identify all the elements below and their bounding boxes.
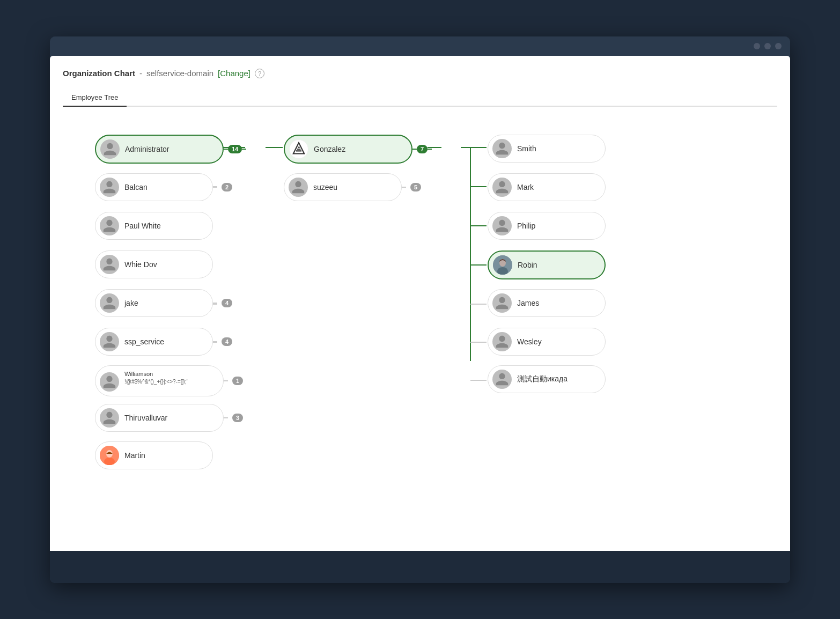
node-name-whie-dov: Whie Dov	[124, 260, 157, 269]
node-name-balcan: Balcan	[124, 183, 148, 191]
avatar-williamson	[100, 372, 119, 392]
badge-williamson: 1	[232, 377, 243, 385]
page-header: Organization Chart - selfservice-domain …	[63, 69, 777, 78]
badge-gonzalez: 7	[417, 145, 428, 153]
node-test-japanese[interactable]: 測試自動икада	[488, 365, 606, 393]
node-name-gonzalez: Gonzalez	[314, 145, 345, 153]
node-name-smith: Smith	[517, 144, 536, 153]
badge-suzeeu: 5	[410, 183, 421, 191]
svg-marker-22	[293, 143, 304, 153]
avatar-smith	[492, 139, 512, 158]
avatar-wesley	[492, 332, 512, 351]
badge-thiruvalluvar: 3	[232, 414, 243, 422]
node-name-williamson: Williamson!@#$%^&*()_+{}|:<>?-=[]\;'	[124, 370, 188, 386]
org-chart: Administrator 14 Balcan	[63, 120, 706, 538]
node-name-ssp-service: ssp_service	[124, 337, 164, 346]
tab-bar: Employee Tree	[63, 89, 777, 107]
node-name-mark: Mark	[517, 183, 534, 191]
header-separator: -	[139, 69, 142, 78]
avatar-jake	[100, 293, 119, 313]
avatar-whie-dov	[100, 255, 119, 274]
node-name-suzeeu: suzeeu	[313, 183, 337, 191]
avatar-philip	[492, 216, 512, 235]
window-dot-1	[754, 43, 760, 49]
node-philip[interactable]: Philip	[488, 212, 606, 240]
window-dot-2	[764, 43, 771, 49]
node-name-james: James	[517, 299, 539, 307]
node-suzeeu[interactable]: suzeeu 5	[284, 173, 421, 201]
avatar-robin	[493, 255, 512, 275]
window-dot-3	[775, 43, 782, 49]
avatar-martin	[100, 446, 119, 465]
node-ssp-service[interactable]: ssp_service 4	[95, 328, 232, 356]
bottom-bar	[50, 551, 790, 583]
node-jake[interactable]: jake 4	[95, 289, 232, 317]
node-name-administrator: Administrator	[125, 145, 169, 153]
node-name-jake: jake	[124, 299, 138, 307]
node-name-thiruvalluvar: Thiruvalluvar	[124, 414, 167, 422]
page-title: Organization Chart	[63, 69, 135, 78]
node-gonzalez[interactable]: Gonzalez 7	[284, 135, 432, 164]
node-name-wesley: Wesley	[517, 337, 542, 346]
node-balcan[interactable]: Balcan 2	[95, 173, 232, 201]
node-smith[interactable]: Smith	[488, 135, 606, 163]
avatar-ssp-service	[100, 332, 119, 351]
node-name-robin: Robin	[518, 261, 537, 269]
node-wesley[interactable]: Wesley	[488, 328, 606, 356]
node-martin[interactable]: Martin	[95, 441, 213, 469]
avatar-thiruvalluvar	[100, 408, 119, 428]
node-james[interactable]: James	[488, 289, 606, 317]
avatar-suzeeu	[289, 178, 308, 197]
avatar-test-japanese	[492, 370, 512, 389]
avatar-james	[492, 293, 512, 313]
badge-ssp-service: 4	[222, 337, 232, 346]
node-name-test-japanese: 測試自動икада	[517, 374, 568, 384]
domain-name: selfservice-domain	[146, 69, 213, 78]
node-whie-dov[interactable]: Whie Dov	[95, 250, 213, 278]
node-paul-white[interactable]: Paul White	[95, 212, 213, 240]
avatar-gonzalez	[289, 139, 308, 159]
node-name-philip: Philip	[517, 222, 535, 230]
avatar-administrator	[100, 139, 120, 159]
avatar-balcan	[100, 178, 119, 197]
change-link[interactable]: [Change]	[218, 69, 250, 78]
avatar-mark	[492, 178, 512, 197]
tab-employee-tree[interactable]: Employee Tree	[63, 89, 127, 107]
node-thiruvalluvar[interactable]: Thiruvalluvar 3	[95, 404, 243, 432]
help-icon[interactable]: ?	[255, 69, 264, 78]
node-mark[interactable]: Mark	[488, 173, 606, 201]
avatar-paul-white	[100, 216, 119, 235]
node-williamson[interactable]: Williamson!@#$%^&*()_+{}|:<>?-=[]\;' 1	[95, 365, 243, 396]
node-name-paul-white: Paul White	[124, 222, 161, 230]
node-robin[interactable]: Robin	[488, 250, 606, 279]
node-administrator[interactable]: Administrator 14	[95, 135, 246, 164]
badge-jake: 4	[222, 299, 232, 307]
badge-balcan: 2	[222, 183, 232, 191]
node-name-martin: Martin	[124, 451, 145, 460]
badge-administrator: 14	[228, 145, 242, 153]
